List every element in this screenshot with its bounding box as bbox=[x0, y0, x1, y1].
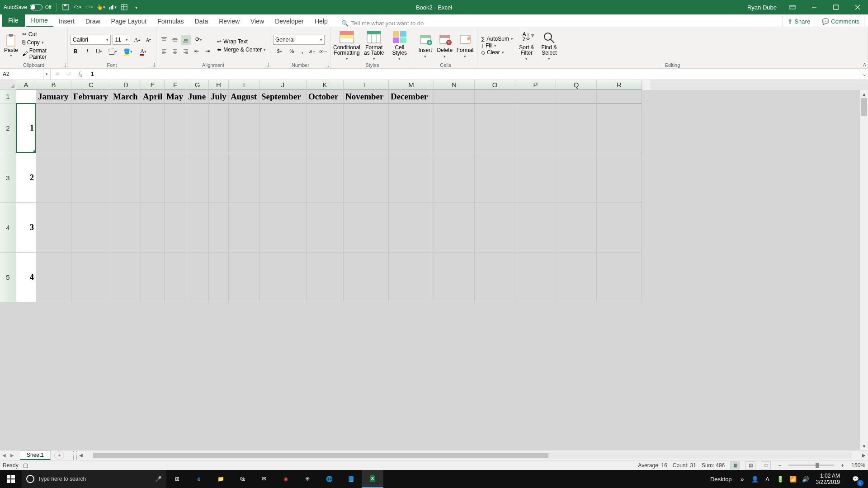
cell-P1[interactable] bbox=[515, 90, 556, 103]
cancel-formula-button[interactable]: ✕ bbox=[52, 71, 61, 77]
vertical-scrollbar[interactable]: ▲ ▼ bbox=[860, 90, 868, 450]
insert-cells-button[interactable]: +Insert▾ bbox=[417, 33, 434, 59]
cell-F3[interactable] bbox=[165, 153, 186, 203]
cell-H3[interactable] bbox=[209, 153, 229, 203]
tab-developer[interactable]: Developer bbox=[269, 15, 309, 27]
sheet-tab-active[interactable]: Sheet1 bbox=[20, 450, 51, 460]
format-as-table-button[interactable]: Format as Table▾ bbox=[363, 30, 386, 61]
cell-D5[interactable] bbox=[111, 253, 141, 302]
cell-H5[interactable] bbox=[209, 253, 229, 302]
mail-icon[interactable]: ✉ bbox=[253, 470, 275, 488]
copy-button[interactable]: ⎘Copy▾ bbox=[21, 39, 65, 46]
cell-O5[interactable] bbox=[475, 253, 515, 302]
cell-D2[interactable] bbox=[111, 103, 141, 153]
taskbar-clock[interactable]: 1:02 AM 3/22/2019 bbox=[812, 473, 844, 485]
row-header-4[interactable]: 4 bbox=[0, 203, 16, 253]
cell-F1[interactable]: May bbox=[165, 90, 186, 103]
cell-L1[interactable]: November bbox=[344, 90, 389, 103]
accounting-format-button[interactable]: $▾ bbox=[273, 47, 286, 56]
font-size-combo[interactable]: 11▾ bbox=[113, 35, 130, 45]
insert-function-button[interactable]: fx bbox=[76, 70, 85, 78]
expand-formula-bar-button[interactable]: ⌄ bbox=[860, 69, 868, 80]
cell-G2[interactable] bbox=[186, 103, 209, 153]
maximize-button[interactable] bbox=[826, 0, 846, 14]
comments-button[interactable]: 💬Comments bbox=[817, 16, 864, 27]
close-button[interactable] bbox=[847, 0, 868, 14]
cell-P5[interactable] bbox=[515, 253, 556, 302]
vertical-scroll-thumb[interactable] bbox=[861, 98, 867, 116]
cell-O4[interactable] bbox=[475, 203, 515, 253]
cell-R4[interactable] bbox=[597, 203, 642, 253]
cell-E3[interactable] bbox=[141, 153, 165, 203]
notification-center-button[interactable]: 💬2 bbox=[844, 470, 866, 488]
increase-decimal-button[interactable]: .0→ bbox=[308, 47, 317, 56]
column-header-K[interactable]: K bbox=[307, 80, 344, 90]
cell-L5[interactable] bbox=[344, 253, 389, 302]
name-box-dropdown[interactable]: ▾ bbox=[43, 69, 51, 80]
cell-B2[interactable] bbox=[36, 103, 71, 153]
cell-O2[interactable] bbox=[475, 103, 515, 153]
cell-K3[interactable] bbox=[307, 153, 344, 203]
excel-taskbar-icon[interactable]: X bbox=[362, 470, 383, 488]
people-icon[interactable]: 👤 bbox=[749, 476, 761, 483]
column-header-H[interactable]: H bbox=[209, 80, 229, 90]
column-header-G[interactable]: G bbox=[186, 80, 209, 90]
formula-input[interactable]: 1 bbox=[87, 69, 860, 80]
decrease-font-button[interactable]: A▾ bbox=[144, 35, 153, 45]
clipboard-launcher[interactable] bbox=[61, 63, 66, 67]
minimize-button[interactable] bbox=[804, 0, 825, 14]
notepad-icon[interactable]: 📘 bbox=[340, 470, 362, 488]
cell-I3[interactable] bbox=[229, 153, 259, 203]
cell-N4[interactable] bbox=[434, 203, 475, 253]
cell-C4[interactable] bbox=[71, 203, 111, 253]
alignment-launcher[interactable] bbox=[264, 63, 269, 67]
cell-K5[interactable] bbox=[307, 253, 344, 302]
cell-M1[interactable]: December bbox=[389, 90, 434, 103]
tab-data[interactable]: Data bbox=[189, 15, 214, 27]
cell-N3[interactable] bbox=[434, 153, 475, 203]
collapse-ribbon-button[interactable]: ᐱ bbox=[863, 62, 866, 67]
border-button[interactable]: ▾ bbox=[106, 47, 119, 56]
cell-R3[interactable] bbox=[597, 153, 642, 203]
clear-button[interactable]: ◇Clear▾ bbox=[480, 49, 514, 56]
select-all-button[interactable] bbox=[0, 80, 16, 90]
show-desktop-label[interactable]: Desktop bbox=[707, 476, 736, 483]
cell-Q1[interactable] bbox=[556, 90, 597, 103]
column-header-D[interactable]: D bbox=[111, 80, 141, 90]
cell-D4[interactable] bbox=[111, 203, 141, 253]
cell-J5[interactable] bbox=[259, 253, 307, 302]
column-header-C[interactable]: C bbox=[71, 80, 111, 90]
cell-P3[interactable] bbox=[515, 153, 556, 203]
autosum-button[interactable]: ∑AutoSum▾ bbox=[480, 36, 514, 42]
underline-button[interactable]: U▾ bbox=[94, 47, 104, 56]
tab-view[interactable]: View bbox=[245, 15, 269, 27]
cell-P4[interactable] bbox=[515, 203, 556, 253]
column-header-P[interactable]: P bbox=[515, 80, 556, 90]
tab-review[interactable]: Review bbox=[213, 15, 245, 27]
decrease-decimal-button[interactable]: .00→ bbox=[318, 47, 328, 56]
orientation-button[interactable]: ⟳▾ bbox=[192, 35, 205, 45]
cell-B5[interactable] bbox=[36, 253, 71, 302]
font-name-combo[interactable]: Calibri▾ bbox=[71, 35, 111, 45]
cell-N2[interactable] bbox=[434, 103, 475, 153]
decrease-indent-button[interactable]: ⇤ bbox=[192, 47, 202, 56]
overflow-icon[interactable]: » bbox=[736, 476, 748, 483]
zoom-in-button[interactable]: + bbox=[839, 462, 846, 469]
cell-A3[interactable]: 2 bbox=[16, 153, 36, 203]
zoom-level[interactable]: 150% bbox=[851, 462, 865, 469]
autosave-toggle[interactable]: AutoSave Off bbox=[0, 4, 55, 10]
page-break-view-button[interactable]: ▭ bbox=[761, 461, 771, 469]
cell-I5[interactable] bbox=[229, 253, 259, 302]
battery-icon[interactable]: 🔋 bbox=[774, 476, 786, 483]
cell-P2[interactable] bbox=[515, 103, 556, 153]
column-header-L[interactable]: L bbox=[344, 80, 389, 90]
tray-chevron-icon[interactable]: ᐱ bbox=[762, 476, 774, 483]
ribbon-display-button[interactable] bbox=[782, 0, 803, 14]
cell-M5[interactable] bbox=[389, 253, 434, 302]
toggle-switch[interactable] bbox=[30, 4, 42, 10]
column-header-R[interactable]: R bbox=[597, 80, 642, 90]
align-center-button[interactable] bbox=[170, 47, 180, 56]
bold-button[interactable]: B bbox=[71, 47, 80, 56]
zoom-out-button[interactable]: − bbox=[776, 462, 783, 469]
cell-R1[interactable] bbox=[597, 90, 642, 103]
